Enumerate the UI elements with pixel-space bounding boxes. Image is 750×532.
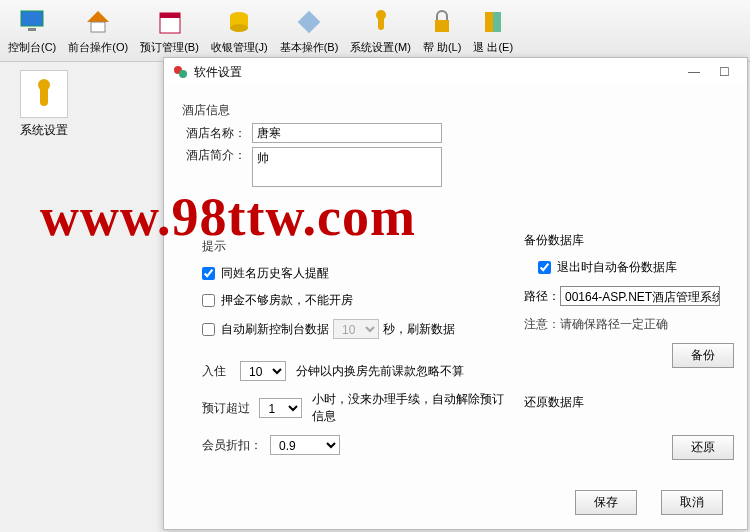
- toolbar-label: 帮 助(L): [423, 40, 462, 55]
- path-note: 注意：请确保路径一定正确: [524, 316, 734, 333]
- tools-icon: [293, 6, 325, 38]
- svg-rect-12: [435, 20, 449, 32]
- chk-exitbackup-label: 退出时自动备份数据库: [557, 259, 677, 276]
- lock-icon: [426, 6, 458, 38]
- minimize-button[interactable]: —: [679, 62, 709, 82]
- restore-button[interactable]: 还原: [672, 435, 734, 460]
- chk-deposit[interactable]: [202, 294, 215, 307]
- sidebar-settings[interactable]: 系统设置: [20, 70, 68, 139]
- cancel-button[interactable]: 取消: [661, 490, 723, 515]
- svg-rect-9: [298, 11, 321, 34]
- chk-autorefresh[interactable]: [202, 323, 215, 336]
- backup-path-input[interactable]: 00164-ASP.NET酒店管理系统: [560, 286, 720, 306]
- toolbar-label: 控制台(C): [8, 40, 56, 55]
- autorefresh-suffix: 秒，刷新数据: [383, 321, 455, 338]
- checkin-suffix: 分钟以内换房先前课款忽略不算: [296, 363, 464, 380]
- wrench-icon: [365, 6, 397, 38]
- toolbar-label: 退 出(E): [473, 40, 513, 55]
- toolbar-exit[interactable]: 退 出(E): [467, 4, 519, 57]
- member-discount-label: 会员折扣：: [202, 437, 262, 454]
- dialog-titlebar: 软件设置 — ☐: [164, 58, 747, 86]
- settings-dialog: 软件设置 — ☐ 酒店信息 酒店名称： 酒店简介： 帅 提示 同姓名历史客人提醒…: [163, 57, 748, 530]
- hotel-name-input[interactable]: [252, 123, 442, 143]
- path-label: 路径：: [524, 288, 560, 305]
- wrench-icon: [20, 70, 68, 118]
- svg-marker-2: [87, 11, 109, 22]
- main-toolbar: 控制台(C) 前台操作(O) 预订管理(B) 收银管理(J) 基本操作(B) 系…: [0, 0, 750, 62]
- toolbar-cashier[interactable]: 收银管理(J): [205, 4, 274, 57]
- dialog-title-text: 软件设置: [194, 64, 242, 81]
- chk-sameguest[interactable]: [202, 267, 215, 280]
- checkin-prefix: 入住: [202, 363, 232, 380]
- monitor-icon: [16, 6, 48, 38]
- svg-rect-0: [21, 11, 43, 26]
- backup-group-label: 备份数据库: [524, 232, 734, 249]
- home-icon: [82, 6, 114, 38]
- sidebar-label: 系统设置: [20, 122, 68, 139]
- toolbar-label: 系统设置(M): [350, 40, 411, 55]
- calendar-icon: [154, 6, 186, 38]
- svg-rect-5: [160, 13, 180, 18]
- autorefresh-seconds-select: 10: [333, 319, 379, 339]
- toolbar-frontdesk[interactable]: 前台操作(O): [62, 4, 134, 57]
- door-icon: [477, 6, 509, 38]
- svg-point-8: [230, 24, 248, 32]
- chk-sameguest-label: 同姓名历史客人提醒: [221, 265, 329, 282]
- hotel-info-label: 酒店信息: [182, 102, 731, 119]
- toolbar-booking[interactable]: 预订管理(B): [134, 4, 205, 57]
- toolbar-help[interactable]: 帮 助(L): [417, 4, 468, 57]
- restore-group-label: 还原数据库: [524, 394, 734, 411]
- toolbar-label: 预订管理(B): [140, 40, 199, 55]
- toolbar-basic[interactable]: 基本操作(B): [274, 4, 345, 57]
- chk-deposit-label: 押金不够房款，不能开房: [221, 292, 353, 309]
- maximize-button[interactable]: ☐: [709, 62, 739, 82]
- svg-point-16: [38, 79, 50, 91]
- db-icon: [223, 6, 255, 38]
- toolbar-label: 基本操作(B): [280, 40, 339, 55]
- book-prefix: 预订超过: [202, 400, 251, 417]
- checkin-minutes-select[interactable]: 10: [240, 361, 286, 381]
- toolbar-console[interactable]: 控制台(C): [2, 4, 62, 57]
- hotel-name-label: 酒店名称：: [180, 125, 246, 142]
- toolbar-label: 前台操作(O): [68, 40, 128, 55]
- tips-section-label: 提示: [202, 238, 510, 255]
- hotel-intro-input[interactable]: 帅: [252, 147, 442, 187]
- svg-point-11: [376, 10, 386, 20]
- svg-rect-1: [28, 28, 36, 31]
- svg-rect-13: [485, 12, 493, 32]
- toolbar-settings[interactable]: 系统设置(M): [344, 4, 417, 57]
- svg-rect-3: [91, 22, 105, 32]
- app-icon: [172, 64, 188, 80]
- backup-button[interactable]: 备份: [672, 343, 734, 368]
- save-button[interactable]: 保存: [575, 490, 637, 515]
- chk-exitbackup[interactable]: [538, 261, 551, 274]
- member-discount-select[interactable]: 0.9: [270, 435, 340, 455]
- toolbar-label: 收银管理(J): [211, 40, 268, 55]
- svg-point-18: [179, 70, 187, 78]
- book-suffix: 小时，没来办理手续，自动解除预订信息: [312, 391, 510, 425]
- svg-rect-14: [493, 12, 501, 32]
- chk-autorefresh-label: 自动刷新控制台数据: [221, 321, 329, 338]
- book-hours-select[interactable]: 1: [259, 398, 302, 418]
- hotel-intro-label: 酒店简介：: [180, 147, 246, 164]
